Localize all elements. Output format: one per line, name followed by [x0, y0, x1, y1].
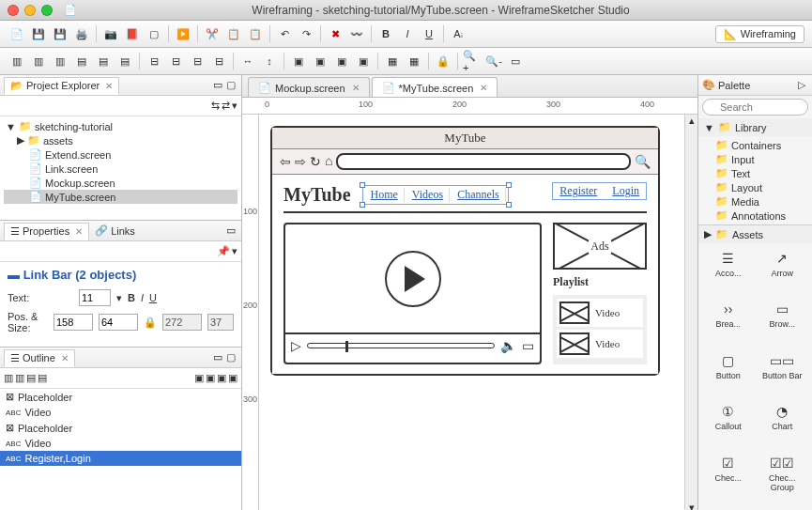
- y-input[interactable]: [99, 314, 138, 331]
- pin-icon[interactable]: 📌: [217, 245, 230, 257]
- editor-tab[interactable]: 📄*MyTube.screen✕: [372, 77, 498, 97]
- zoom-out-icon[interactable]: 🔍-: [484, 52, 503, 70]
- mock-playlist[interactable]: VideoVideo: [553, 295, 647, 364]
- palette-folder[interactable]: 📁Media: [702, 194, 808, 209]
- palette-item[interactable]: ①Callout: [702, 400, 755, 449]
- zoom-window-button[interactable]: [41, 5, 53, 16]
- maximize-panel-icon[interactable]: ▢: [224, 351, 237, 364]
- mock-nav-link[interactable]: Home: [365, 188, 405, 202]
- pdf-icon[interactable]: 📕: [123, 24, 142, 43]
- minimize-panel-icon[interactable]: ▭: [211, 79, 224, 92]
- tree-item[interactable]: ▶📁assets: [4, 133, 237, 147]
- palette-search-input[interactable]: [702, 99, 808, 116]
- align-left-icon[interactable]: ▥: [8, 52, 26, 70]
- outline-align-icon[interactable]: ▤: [26, 372, 36, 384]
- palette-item[interactable]: ☑☑Chec... Group: [757, 452, 809, 510]
- distribute-h-icon[interactable]: ⊟: [145, 52, 163, 70]
- paste-icon[interactable]: 📋: [246, 24, 265, 43]
- home-icon[interactable]: ⌂: [325, 154, 332, 169]
- x-input[interactable]: [54, 314, 93, 331]
- same-height-icon[interactable]: ↕: [260, 52, 279, 70]
- palette-folder[interactable]: 📁Text: [702, 166, 808, 180]
- delete-icon[interactable]: ✖: [326, 24, 345, 43]
- outline-item[interactable]: ⊠Placeholder: [0, 420, 241, 436]
- canvas-scrollbar[interactable]: ▴ ▾: [684, 115, 697, 510]
- project-explorer-tab[interactable]: 📂 Project Explorer ✕: [4, 77, 119, 95]
- mock-video-player[interactable]: ▷ 🔈 ▭: [283, 223, 542, 364]
- outline-list[interactable]: ⊠PlaceholderABCVideo⊠PlaceholderABCVideo…: [0, 389, 241, 466]
- cut-icon[interactable]: ✂️: [203, 24, 222, 43]
- html-icon[interactable]: ▢: [145, 24, 163, 43]
- mock-url-input[interactable]: [336, 153, 631, 170]
- font-size-icon[interactable]: Aᵢ: [449, 24, 467, 43]
- palette-folder[interactable]: 📁Annotations: [702, 209, 808, 223]
- lock-aspect-icon[interactable]: 🔒: [144, 317, 157, 329]
- palette-folder[interactable]: 📁Layout: [702, 180, 808, 194]
- mock-playlist-item[interactable]: Video: [557, 330, 643, 358]
- palette-item[interactable]: ▭Brow...: [757, 298, 809, 347]
- palette-item[interactable]: ▢Button: [702, 349, 755, 398]
- camera-icon[interactable]: 📷: [101, 24, 120, 43]
- bring-front-icon[interactable]: ▣: [289, 52, 308, 70]
- palette-item[interactable]: ☰Acco...: [702, 247, 755, 296]
- outline-order-icon[interactable]: ▣: [217, 372, 226, 384]
- search-icon[interactable]: 🔍: [635, 154, 651, 170]
- italic-button[interactable]: I: [398, 24, 417, 43]
- font-size-input[interactable]: [79, 289, 111, 306]
- minimize-panel-icon[interactable]: ▭: [211, 351, 224, 364]
- tree-item[interactable]: 📄Link.screen: [4, 162, 237, 176]
- italic-toggle[interactable]: I: [141, 292, 144, 303]
- align-bottom-icon[interactable]: ▤: [115, 52, 134, 70]
- palette-assets-header[interactable]: ▶📁Assets: [698, 225, 812, 243]
- undo-icon[interactable]: ↶: [275, 24, 294, 43]
- zoom-fit-icon[interactable]: ▭: [506, 52, 525, 70]
- underline-toggle[interactable]: U: [149, 292, 157, 303]
- font-dropdown-icon[interactable]: ▾: [116, 292, 122, 304]
- outline-order-icon[interactable]: ▣: [206, 372, 215, 384]
- view-menu-icon[interactable]: ▾: [232, 245, 237, 257]
- distribute-v-icon[interactable]: ⊟: [166, 52, 185, 70]
- space-v-icon[interactable]: ⊟: [209, 52, 228, 70]
- properties-tab[interactable]: ☰ Properties ✕: [4, 223, 89, 240]
- mock-auth-linkbar[interactable]: RegisterLogin: [552, 182, 647, 200]
- bring-forward-icon[interactable]: ▣: [332, 52, 351, 70]
- mock-auth-link[interactable]: Login: [608, 184, 643, 198]
- mock-nav-link[interactable]: Channels: [452, 188, 506, 202]
- mock-playlist-item[interactable]: Video: [557, 299, 643, 327]
- outline-align-icon[interactable]: ▥: [4, 372, 13, 384]
- tree-item[interactable]: 📄MyTube.screen: [4, 190, 237, 204]
- close-icon[interactable]: ✕: [61, 353, 69, 363]
- mock-nav-link[interactable]: Videos: [406, 188, 450, 202]
- mock-auth-link[interactable]: Register: [556, 184, 601, 198]
- outline-order-icon[interactable]: ▣: [228, 372, 237, 384]
- bold-button[interactable]: B: [376, 24, 395, 43]
- outline-tab[interactable]: ☰ Outline ✕: [4, 349, 75, 367]
- view-menu-icon[interactable]: ▾: [232, 100, 237, 112]
- palette-folder[interactable]: 📁Containers: [702, 138, 808, 152]
- editor-tab[interactable]: 📄Mockup.screen✕: [248, 77, 370, 97]
- minimize-panel-icon[interactable]: ▭: [224, 224, 237, 238]
- lock-icon[interactable]: 🔒: [434, 52, 452, 70]
- project-tree[interactable]: ▼📁sketching-tutorial▶📁assets📄Extend.scre…: [0, 116, 241, 207]
- align-top-icon[interactable]: ▤: [72, 52, 91, 70]
- tree-item[interactable]: 📄Mockup.screen: [4, 176, 237, 190]
- ungroup-icon[interactable]: ▦: [405, 52, 423, 70]
- palette-item[interactable]: ☑Chec...: [702, 452, 755, 510]
- send-back-icon[interactable]: ▣: [311, 52, 329, 70]
- highlight-icon[interactable]: 〰️: [347, 24, 366, 43]
- reload-icon[interactable]: ↻: [310, 154, 321, 170]
- send-backward-icon[interactable]: ▣: [354, 52, 373, 70]
- h-input[interactable]: [207, 314, 234, 331]
- w-input[interactable]: [162, 314, 202, 331]
- outline-item[interactable]: ABCVideo: [0, 405, 241, 420]
- align-center-icon[interactable]: ▥: [29, 52, 48, 70]
- same-width-icon[interactable]: ↔: [238, 52, 257, 70]
- play-control-icon[interactable]: ▷: [291, 338, 301, 354]
- close-icon[interactable]: ✕: [75, 226, 83, 237]
- palette-collapse-icon[interactable]: ▷: [795, 79, 808, 92]
- underline-button[interactable]: U: [420, 24, 438, 43]
- save-icon[interactable]: 💾: [29, 24, 48, 43]
- palette-item[interactable]: ↗Arrow: [757, 247, 809, 296]
- maximize-panel-icon[interactable]: ▢: [224, 79, 237, 92]
- zoom-in-icon[interactable]: 🔍+: [463, 52, 482, 70]
